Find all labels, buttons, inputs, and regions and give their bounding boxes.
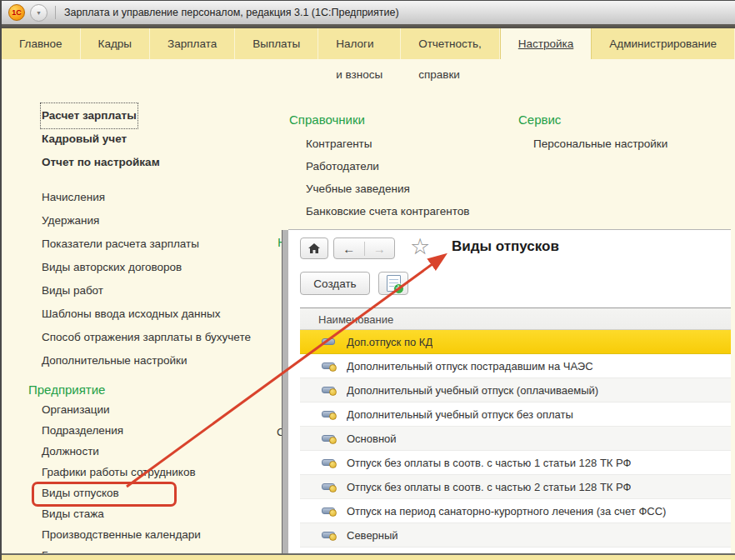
catalog-item-icon xyxy=(322,435,335,442)
nav-link[interactable]: Учебные заведения xyxy=(306,178,469,200)
nav-link[interactable]: Производственные календари xyxy=(42,524,201,545)
salary-setup-links: НачисленияУдержанияПоказатели расчета за… xyxy=(42,186,251,372)
section-tab[interactable]: Выплаты xyxy=(235,28,318,59)
section-tabbar: ГлавноеКадрыЗарплатаВыплатыНалоги и взно… xyxy=(2,28,735,59)
section-tab[interactable]: Главное xyxy=(2,28,81,59)
row-label: Дополнительный отпуск пострадавшим на ЧА… xyxy=(347,360,593,372)
nav-link[interactable]: Организации xyxy=(42,399,110,420)
section-tab[interactable]: Настройка xyxy=(500,28,592,59)
bottom-panel xyxy=(2,555,735,560)
table-row[interactable]: Основной xyxy=(300,427,731,451)
create-button[interactable]: Создать xyxy=(300,272,370,295)
1c-logo-icon: 1С xyxy=(8,4,25,21)
home-button[interactable] xyxy=(300,238,328,259)
home-icon xyxy=(308,242,321,254)
row-label: Основной xyxy=(347,432,397,445)
table-row[interactable]: Дополнительный отпуск пострадавшим на ЧА… xyxy=(300,354,731,378)
catalog-item-icon xyxy=(322,362,335,369)
nav-link[interactable]: Расчет зарплаты xyxy=(42,104,137,128)
nav-link[interactable]: Персональные настройки xyxy=(533,132,668,155)
primary-links: Расчет зарплатыКадровый учетОтчет по нас… xyxy=(42,104,160,174)
nav-link[interactable]: Банковские счета контрагентов xyxy=(306,200,469,222)
enterprise-links: ОрганизацииПодразделенияДолжностиГрафики… xyxy=(42,399,201,553)
window-edge-shadow xyxy=(282,230,288,554)
catalog-item-icon xyxy=(322,411,335,418)
catalogs-section-title: Справочники xyxy=(289,112,365,127)
nav-link[interactable]: Отчет по настройкам xyxy=(42,151,160,174)
nav-link[interactable]: Способ отражения зарплаты в бухучете xyxy=(42,326,251,349)
chevron-down-icon: ▼ xyxy=(36,10,42,16)
nav-link[interactable]: Начисления xyxy=(42,186,251,209)
arrow-left-icon: ← xyxy=(342,242,355,256)
catalog-item-icon xyxy=(322,508,335,514)
nav-link[interactable]: Виды стажа xyxy=(42,503,104,524)
section-tab[interactable]: Отчетность, справки xyxy=(401,28,500,59)
nav-link[interactable]: Виды работ xyxy=(42,279,251,302)
nav-link[interactable]: Удержания xyxy=(42,209,251,232)
table-row[interactable]: Отпуск на период санаторно-курортного ле… xyxy=(300,499,731,523)
table-row[interactable]: Доп.отпуск по КД xyxy=(300,330,731,354)
section-tab[interactable]: Администрирование xyxy=(592,28,735,59)
service-links: Персональные настройки xyxy=(533,132,668,155)
main-menu-button[interactable]: ▼ xyxy=(30,4,48,22)
row-label: Отпуск без оплаты в соотв. с частью 2 ст… xyxy=(347,481,631,493)
row-label: Дополнительный учебный отпуск (оплачивае… xyxy=(347,384,598,397)
nav-link[interactable]: Контрагенты xyxy=(306,132,469,155)
section-tab[interactable]: Налоги и взносы xyxy=(318,28,401,59)
app-window: 1С ▼ Зарплата и управление персоналом, р… xyxy=(0,0,735,560)
table-row[interactable]: Северный xyxy=(300,523,731,548)
vacation-types-window: ← → ☆ Виды отпусков Создать + Наименован… xyxy=(288,229,731,554)
row-label: Дополнительный учебный отпуск без оплаты xyxy=(347,408,573,421)
table-row[interactable]: Отпуск без оплаты в соотв. с частью 2 ст… xyxy=(300,475,731,499)
nav-link[interactable]: Дополнительные настройки xyxy=(42,349,251,372)
row-label: Отпуск без оплаты в соотв. с частью 1 ст… xyxy=(347,457,631,469)
create-button-label: Создать xyxy=(313,278,356,290)
window-title: Виды отпусков xyxy=(452,238,559,255)
catalog-item-icon xyxy=(322,338,335,345)
nav-link[interactable]: Показатели расчета зарплаты xyxy=(42,232,251,256)
table-header-name[interactable]: Наименование xyxy=(300,308,731,330)
create-group-button[interactable]: + xyxy=(378,272,408,295)
history-nav-group: ← → xyxy=(333,238,395,259)
nav-link[interactable]: Подразделения xyxy=(42,420,123,441)
app-title: Зарплата и управление персоналом, редакц… xyxy=(64,7,399,18)
forward-button[interactable]: → xyxy=(365,242,395,256)
catalog-item-icon xyxy=(322,532,335,538)
nav-link[interactable]: Должности xyxy=(42,441,99,462)
nav-link[interactable]: Работодатели xyxy=(306,155,469,178)
enterprise-section-title: Предприятие xyxy=(28,382,105,397)
nav-link[interactable]: Виды авторских договоров xyxy=(42,256,251,279)
titlebar-separator xyxy=(55,6,56,19)
catalog-item-icon xyxy=(322,483,335,490)
nav-link[interactable]: Группы сотрудников xyxy=(42,545,147,553)
service-section-title: Сервис xyxy=(518,112,561,127)
section-tab[interactable]: Зарплата xyxy=(150,28,235,59)
catalogs-links: КонтрагентыРаботодателиУчебные заведения… xyxy=(306,132,469,222)
nav-link[interactable]: Графики работы сотрудников xyxy=(42,462,196,482)
table-row[interactable]: Дополнительный учебный отпуск (оплачивае… xyxy=(300,378,731,402)
new-document-plus-icon: + xyxy=(387,275,401,292)
nav-link[interactable]: Виды отпусков xyxy=(42,482,119,503)
catalog-item-icon xyxy=(322,459,335,466)
title-bar: 1С ▼ Зарплата и управление персоналом, р… xyxy=(2,1,735,25)
table-row[interactable]: Отпуск без оплаты в соотв. с частью 1 ст… xyxy=(300,451,731,475)
back-button[interactable]: ← xyxy=(334,242,365,256)
catalog-item-icon xyxy=(322,387,335,393)
row-label: Отпуск на период санаторно-курортного ле… xyxy=(347,505,666,518)
section-tab[interactable]: Кадры xyxy=(81,28,150,59)
vacation-types-table: Наименование Доп.отпуск по КД Дополнител… xyxy=(300,308,731,548)
arrow-right-icon: → xyxy=(373,242,386,256)
table-row[interactable]: Дополнительный учебный отпуск без оплаты xyxy=(300,402,731,427)
row-label: Доп.отпуск по КД xyxy=(347,336,432,348)
favorite-star-icon[interactable]: ☆ xyxy=(410,233,430,260)
table-body: Доп.отпуск по КД Дополнительный отпуск п… xyxy=(300,330,731,548)
row-label: Северный xyxy=(347,529,398,542)
nav-link[interactable]: Кадровый учет xyxy=(42,128,127,151)
nav-link[interactable]: Шаблоны ввода исходных данных xyxy=(42,302,251,326)
